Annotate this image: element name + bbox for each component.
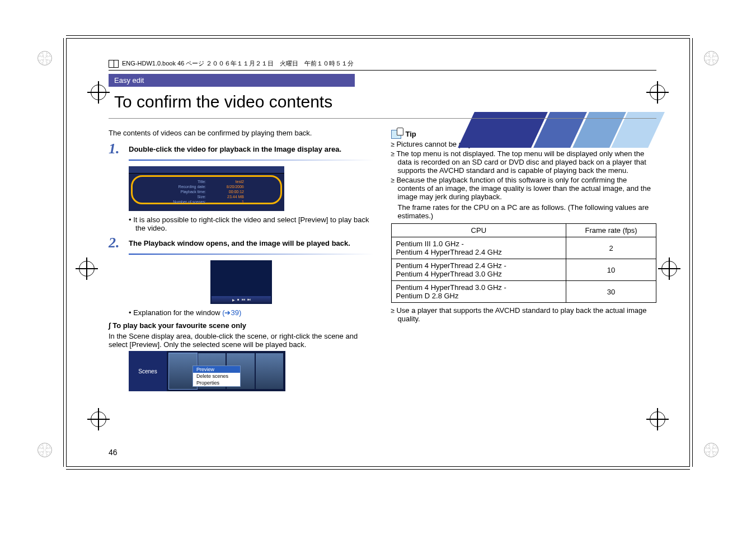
tip-list: Pictures cannot be played back. The top … [391, 140, 657, 201]
frame-line [66, 469, 690, 470]
fps-cell: 10 [566, 259, 656, 281]
step-text: Double-click the video for playback in t… [129, 142, 341, 156]
cpu-cell: Pentium 4 HyperThread 3.0 GHz - Pentium … [391, 281, 566, 303]
regmark-top-right [700, 47, 722, 69]
explain-note: Explanation for the window (➔39) [129, 308, 374, 317]
fig-value: 8/20/2006 [227, 185, 244, 189]
fps-cell: 30 [566, 281, 656, 303]
menu-properties: Properties [193, 380, 240, 386]
fig-label: Playback time: [180, 190, 206, 194]
scene-side-label: Scenes [129, 351, 167, 391]
figure-playback-window: ▶ ■ ⏮ ⏭ [210, 260, 272, 304]
fig-value: 23.44 MB [227, 195, 244, 199]
frame-intro: The frame rates for the CPU on a PC are … [398, 203, 657, 220]
closing-list: Use a player that supports the AVCHD sta… [391, 306, 657, 323]
figure-video-details: Title: test2 Recording date: 8/20/2006 P… [129, 166, 284, 211]
play-icon: ▶ [232, 298, 235, 302]
explain-link[interactable]: (➔39) [222, 308, 241, 317]
step-1: 1. Double-click the video for playback i… [109, 142, 374, 156]
cpu-header: CPU [391, 224, 566, 237]
step-number: 2. [109, 236, 123, 250]
fig-label: Recording date: [179, 185, 206, 189]
table-row: Pentium III 1.0 GHz - Pentium 4 HyperThr… [391, 237, 656, 259]
regmark-bottom-left [34, 439, 56, 461]
favourite-heading: To play back your favourite scene only [109, 321, 374, 330]
favourite-para: In the Scene display area, double-click … [109, 332, 374, 349]
fig-label: Number of scenes: [173, 200, 206, 204]
fig-value: 1 [242, 200, 244, 204]
section-bar: Easy edit [109, 74, 355, 87]
regmark-bottom-right [700, 439, 722, 461]
table-row: Pentium 4 HyperThread 2.4 GHz - Pentium … [391, 259, 656, 281]
closing-item: Use a player that supports the AVCHD sta… [391, 306, 657, 323]
table-row: Pentium 4 HyperThread 3.0 GHz - Pentium … [391, 281, 656, 303]
cpu-cell: Pentium III 1.0 GHz - Pentium 4 HyperThr… [391, 237, 566, 259]
step-number: 1. [109, 142, 123, 156]
book-icon [109, 60, 119, 68]
book-header-text: ENG-HDW1.0.book 46 ページ ２００６年１１月２１日 火曜日 午… [122, 59, 354, 68]
page-number: 46 [109, 448, 118, 457]
fig-label: Title: [198, 180, 206, 184]
page-title: To confirm the video contents [109, 90, 656, 119]
regmark-top-left [34, 47, 56, 69]
context-menu: Preview Delete scenes Properties [192, 366, 241, 387]
menu-preview: Preview [193, 366, 240, 373]
tip-label: Tip [406, 130, 416, 138]
tip-item: The top menu is not displayed. The top m… [391, 149, 657, 175]
fig-value: test2 [236, 180, 244, 184]
frame-line [692, 38, 693, 467]
right-column: Tip Pictures cannot be played back. The … [391, 129, 657, 396]
step-rule [129, 160, 374, 161]
next-icon: ⏭ [247, 298, 251, 301]
cpu-cell: Pentium 4 HyperThread 2.4 GHz - Pentium … [391, 259, 566, 281]
book-header: ENG-HDW1.0.book 46 ページ ２００６年１１月２１日 火曜日 午… [109, 58, 656, 71]
menu-delete: Delete scenes [193, 373, 240, 380]
page-content: ENG-HDW1.0.book 46 ページ ２００６年１１月２１日 火曜日 午… [66, 38, 690, 467]
frame-line [66, 35, 690, 36]
left-column: The contents of videos can be confirmed … [109, 129, 374, 396]
tip-item: Because the playback function of this so… [391, 176, 657, 201]
scene-thumb [256, 353, 284, 389]
prev-icon: ⏮ [242, 298, 245, 301]
fig-label: Size: [197, 195, 206, 199]
step-note: It is also possible to right-click the v… [129, 216, 374, 232]
explain-prefix: Explanation for the window [133, 308, 222, 317]
step-2: 2. The Playback window opens, and the im… [109, 236, 374, 250]
stop-icon: ■ [237, 298, 240, 301]
fps-cell: 2 [566, 237, 656, 259]
cpu-table: CPU Frame rate (fps) Pentium III 1.0 GHz… [391, 223, 657, 303]
tip-icon [391, 129, 403, 139]
step-rule [129, 254, 374, 255]
fig-value: 00:00:12 [229, 190, 244, 194]
intro-text: The contents of videos can be confirmed … [109, 129, 374, 137]
frame-line [63, 38, 64, 467]
figure-scene-preview: Scenes Preview Delete scenes Properties [129, 351, 285, 391]
fps-header: Frame rate (fps) [566, 224, 656, 237]
step-text: The Playback window opens, and the image… [129, 236, 350, 250]
